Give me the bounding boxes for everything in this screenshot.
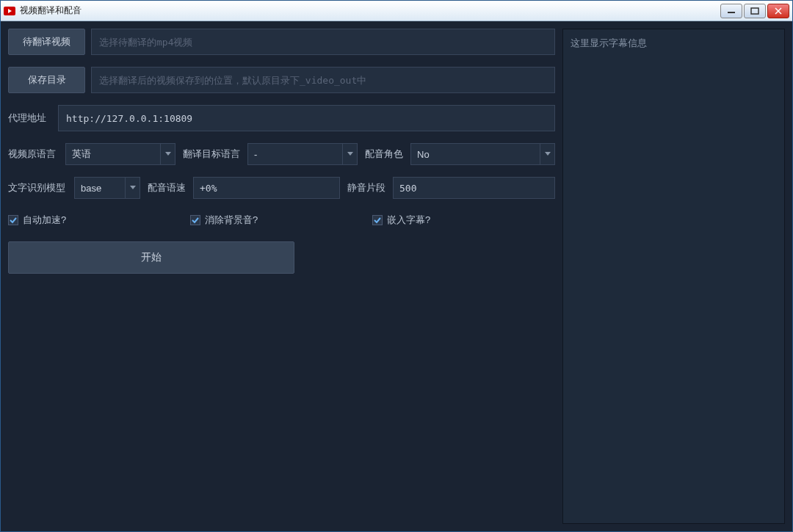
embed-sub-checkbox[interactable]: 嵌入字幕? (372, 214, 430, 227)
auto-speed-label: 自动加速? (23, 214, 66, 227)
model-label: 文字识别模型 (8, 181, 67, 194)
chevron-down-icon (540, 144, 554, 164)
checkbox-icon (372, 215, 383, 225)
save-dir-button[interactable]: 保存目录 (8, 67, 85, 93)
svg-rect-1 (728, 12, 735, 13)
save-row: 保存目录 (8, 67, 555, 93)
chevron-down-icon (160, 144, 175, 164)
chevron-down-icon (342, 144, 357, 164)
window-title: 视频翻译和配音 (20, 4, 720, 17)
voice-role-combo[interactable]: No (410, 143, 555, 165)
svg-rect-2 (751, 8, 758, 14)
source-lang-value: 英语 (72, 147, 91, 161)
titlebar: 视频翻译和配音 (1, 1, 792, 21)
close-button[interactable] (767, 4, 789, 18)
subtitle-panel: 这里显示字幕信息 (562, 29, 785, 524)
app-window: 视频翻译和配音 待翻译视频 保存目录 代理地址 (0, 0, 793, 532)
checkbox-icon (8, 215, 18, 225)
save-path-input[interactable] (91, 67, 555, 93)
silence-input[interactable] (393, 177, 555, 199)
voice-role-label: 配音角色 (365, 147, 403, 161)
proxy-row: 代理地址 (8, 105, 555, 131)
target-lang-combo[interactable]: - (247, 143, 358, 165)
source-lang-label: 视频原语言 (8, 147, 58, 161)
voice-rate-input[interactable] (193, 177, 340, 199)
checkbox-icon (190, 215, 200, 225)
remove-bg-label: 消除背景音? (205, 214, 258, 227)
target-lang-label: 翻译目标语言 (183, 147, 240, 161)
chevron-down-icon (125, 178, 140, 198)
checkbox-row: 自动加速? 消除背景音? 嵌入字幕? (8, 211, 555, 230)
model-value: base (81, 183, 101, 194)
voice-role-value: No (417, 149, 430, 160)
subtitle-placeholder: 这里显示字幕信息 (571, 37, 647, 48)
start-button[interactable]: 开始 (8, 241, 294, 274)
remove-bg-checkbox[interactable]: 消除背景音? (190, 214, 372, 227)
embed-sub-label: 嵌入字幕? (387, 214, 430, 227)
video-path-input[interactable] (91, 29, 555, 55)
left-panel: 待翻译视频 保存目录 代理地址 视频原语言 英语 翻译目标语言 - (8, 29, 555, 524)
target-lang-value: - (254, 149, 257, 160)
model-combo[interactable]: base (74, 177, 140, 199)
source-lang-combo[interactable]: 英语 (65, 143, 175, 165)
language-row: 视频原语言 英语 翻译目标语言 - 配音角色 No (8, 143, 555, 165)
maximize-button[interactable] (744, 4, 766, 18)
silence-label: 静音片段 (347, 181, 385, 194)
content-area: 待翻译视频 保存目录 代理地址 视频原语言 英语 翻译目标语言 - (1, 21, 792, 531)
proxy-label: 代理地址 (8, 112, 52, 125)
model-row: 文字识别模型 base 配音语速 静音片段 (8, 177, 555, 199)
video-row: 待翻译视频 (8, 29, 555, 55)
window-controls (720, 4, 789, 18)
voice-rate-label: 配音语速 (148, 181, 186, 194)
proxy-input[interactable] (58, 105, 555, 131)
select-video-button[interactable]: 待翻译视频 (8, 29, 85, 55)
minimize-button[interactable] (720, 4, 742, 18)
auto-speed-checkbox[interactable]: 自动加速? (8, 214, 190, 227)
app-icon (4, 5, 15, 17)
